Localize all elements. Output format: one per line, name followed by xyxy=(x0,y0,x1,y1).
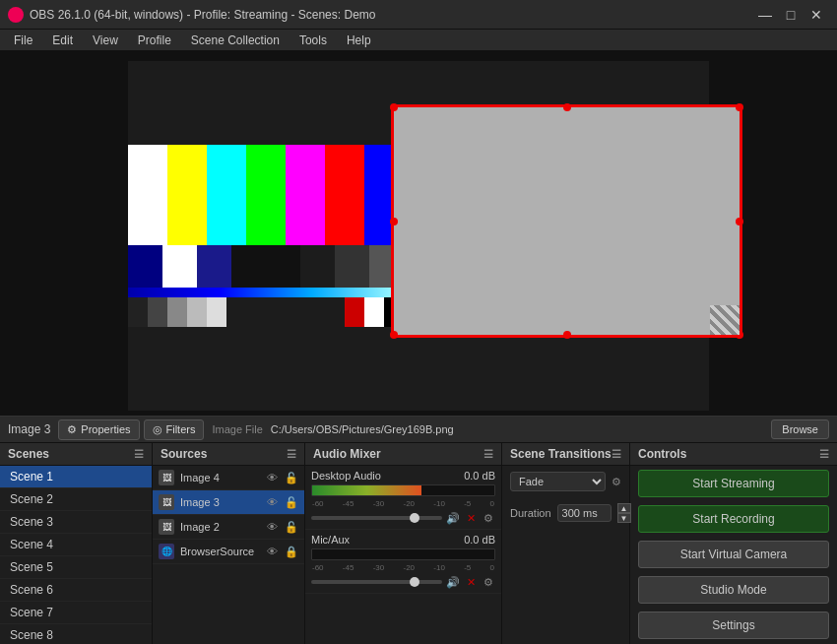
studio-mode-button[interactable]: Studio Mode xyxy=(638,576,829,604)
mic-mute-button[interactable]: 🔊 xyxy=(446,575,460,589)
transitions-menu-icon[interactable]: ☰ xyxy=(612,448,621,461)
browse-button[interactable]: Browse xyxy=(771,419,829,439)
scene-item-5[interactable]: Scene 5 xyxy=(0,556,152,579)
settings-button[interactable]: Settings xyxy=(638,612,829,639)
handle-bl[interactable] xyxy=(390,331,398,339)
menu-file[interactable]: File xyxy=(4,32,42,49)
audio-menu-icon[interactable]: ☰ xyxy=(483,448,493,461)
scenes-panel: Scenes ☰ Scene 1 Scene 2 Scene 3 Scene 4… xyxy=(0,443,153,644)
start-recording-button[interactable]: Start Recording xyxy=(638,505,829,533)
sources-panel: Sources ☰ 🖼 Image 4 👁 🔓 🖼 Image 3 👁 🔓 🖼 … xyxy=(153,443,305,644)
greyscale-patches xyxy=(128,297,226,327)
desktop-volume-thumb[interactable] xyxy=(410,513,419,523)
scene-item-1[interactable]: Scene 1 xyxy=(0,466,152,488)
filters-button[interactable]: ◎ Filters xyxy=(144,419,205,440)
selected-source-box[interactable] xyxy=(392,105,741,337)
blue-gradient-bar xyxy=(128,288,404,297)
properties-button[interactable]: ⚙ Properties xyxy=(58,419,139,440)
browser-source-icon: 🌐 xyxy=(159,544,174,559)
maximize-button[interactable]: □ xyxy=(778,5,804,25)
mic-volume-slider[interactable] xyxy=(311,580,442,584)
scene-item-6[interactable]: Scene 6 xyxy=(0,579,152,602)
transition-type-select[interactable]: Fade Cut Swipe xyxy=(510,472,606,491)
mic-aux-channel: Mic/Aux 0.0 dB -60-45-30-20-10-50 🔊 ✕ ⚙ xyxy=(305,530,501,594)
handle-tr[interactable] xyxy=(736,103,743,111)
duration-increment[interactable]: ▲ xyxy=(617,503,631,513)
mic-audio-settings[interactable]: ⚙ xyxy=(482,575,495,589)
transition-type-row: Fade Cut Swipe ⚙ xyxy=(502,466,629,497)
start-streaming-button[interactable]: Start Streaming xyxy=(638,470,829,497)
transition-settings-icon[interactable]: ⚙ xyxy=(612,476,621,488)
scene-list: Scene 1 Scene 2 Scene 3 Scene 4 Scene 5 … xyxy=(0,466,152,644)
controls-menu-icon[interactable]: ☰ xyxy=(819,448,829,461)
menu-view[interactable]: View xyxy=(83,32,128,49)
handle-tc[interactable] xyxy=(563,103,571,111)
menu-edit[interactable]: Edit xyxy=(42,32,83,49)
visibility-toggle-4[interactable]: 👁 xyxy=(265,471,279,484)
transition-duration-row: Duration ▲ ▼ xyxy=(502,497,629,529)
duration-input[interactable] xyxy=(557,504,612,522)
image-source-icon-4: 🖼 xyxy=(159,470,174,485)
visibility-toggle-browser[interactable]: 👁 xyxy=(265,545,279,558)
panels-container: Scenes ☰ Scene 1 Scene 2 Scene 3 Scene 4… xyxy=(0,443,837,644)
menu-scene-collection[interactable]: Scene Collection xyxy=(181,32,290,49)
desktop-mute-icon[interactable]: ✕ xyxy=(464,511,478,525)
image-source-icon-3: 🖼 xyxy=(159,494,174,510)
source-item-image4[interactable]: 🖼 Image 4 👁 🔓 xyxy=(153,466,304,490)
sources-menu-icon[interactable]: ☰ xyxy=(287,448,296,461)
desktop-level-fill xyxy=(312,485,421,495)
scenes-panel-header: Scenes ☰ xyxy=(0,443,152,466)
scene-item-2[interactable]: Scene 2 xyxy=(0,488,152,511)
lock-toggle-3[interactable]: 🔓 xyxy=(285,495,298,509)
audio-mixer-panel: Audio Mixer ☰ Desktop Audio 0.0 dB -60-4… xyxy=(305,443,502,644)
desktop-volume-slider[interactable] xyxy=(311,516,442,520)
source-file-path: C:/Users/OBS/Pictures/Grey169B.png xyxy=(271,423,768,435)
menu-tools[interactable]: Tools xyxy=(290,32,337,49)
gear-icon: ⚙ xyxy=(67,423,77,436)
mic-mute-icon[interactable]: ✕ xyxy=(464,575,478,589)
menu-help[interactable]: Help xyxy=(337,32,381,49)
handle-bc[interactable] xyxy=(563,331,571,339)
minimize-button[interactable]: — xyxy=(752,5,778,25)
source-item-browser[interactable]: 🌐 BrowserSource 👁 🔒 xyxy=(153,540,304,564)
image-source-icon-2: 🖼 xyxy=(159,519,174,535)
menu-bar: File Edit View Profile Scene Collection … xyxy=(0,30,837,51)
handle-ml[interactable] xyxy=(390,218,398,225)
mic-audio-controls: 🔊 ✕ ⚙ xyxy=(311,575,495,589)
filter-icon: ◎ xyxy=(153,423,162,436)
source-item-image3[interactable]: 🖼 Image 3 👁 🔓 xyxy=(153,490,304,515)
controls-panel-header: Controls ☰ xyxy=(630,443,837,466)
handle-mr[interactable] xyxy=(736,218,743,225)
selected-source-name: Image 3 xyxy=(8,422,50,436)
mic-volume-thumb[interactable] xyxy=(410,577,419,587)
transitions-panel-header: Scene Transitions ☰ xyxy=(502,443,629,466)
visibility-toggle-3[interactable]: 👁 xyxy=(265,495,279,509)
transitions-panel: Scene Transitions ☰ Fade Cut Swipe ⚙ Dur… xyxy=(502,443,630,644)
sources-panel-header: Sources ☰ xyxy=(153,443,304,466)
duration-decrement[interactable]: ▼ xyxy=(617,513,631,523)
scene-item-8[interactable]: Scene 8 xyxy=(0,624,152,644)
lock-toggle-2[interactable]: 🔓 xyxy=(285,520,298,534)
lock-toggle-browser[interactable]: 🔒 xyxy=(285,545,298,558)
handle-br[interactable] xyxy=(736,331,743,339)
scene-item-3[interactable]: Scene 3 xyxy=(0,511,152,534)
desktop-mute-button[interactable]: 🔊 xyxy=(446,511,460,525)
scenes-menu-icon[interactable]: ☰ xyxy=(134,448,144,461)
source-list: 🖼 Image 4 👁 🔓 🖼 Image 3 👁 🔓 🖼 Image 2 👁 … xyxy=(153,466,304,644)
scene-item-4[interactable]: Scene 4 xyxy=(0,534,152,556)
desktop-audio-channel: Desktop Audio 0.0 dB -60-45-30-20-10-50 … xyxy=(305,466,501,530)
mic-ticks: -60-45-30-20-10-50 xyxy=(311,563,495,572)
app-icon xyxy=(8,7,24,23)
close-button[interactable]: ✕ xyxy=(804,5,829,25)
start-virtual-camera-button[interactable]: Start Virtual Camera xyxy=(638,541,829,568)
menu-profile[interactable]: Profile xyxy=(128,32,181,49)
lock-toggle-4[interactable]: 🔓 xyxy=(285,471,298,484)
handle-tl[interactable] xyxy=(390,103,398,111)
visibility-toggle-2[interactable]: 👁 xyxy=(265,520,279,534)
desktop-audio-settings[interactable]: ⚙ xyxy=(482,511,495,525)
image-file-label: Image File xyxy=(212,423,262,435)
source-item-image2[interactable]: 🖼 Image 2 👁 🔓 xyxy=(153,515,304,540)
desktop-ticks: -60-45-30-20-10-50 xyxy=(311,499,495,508)
desktop-level-bar xyxy=(311,484,495,496)
scene-item-7[interactable]: Scene 7 xyxy=(0,602,152,624)
